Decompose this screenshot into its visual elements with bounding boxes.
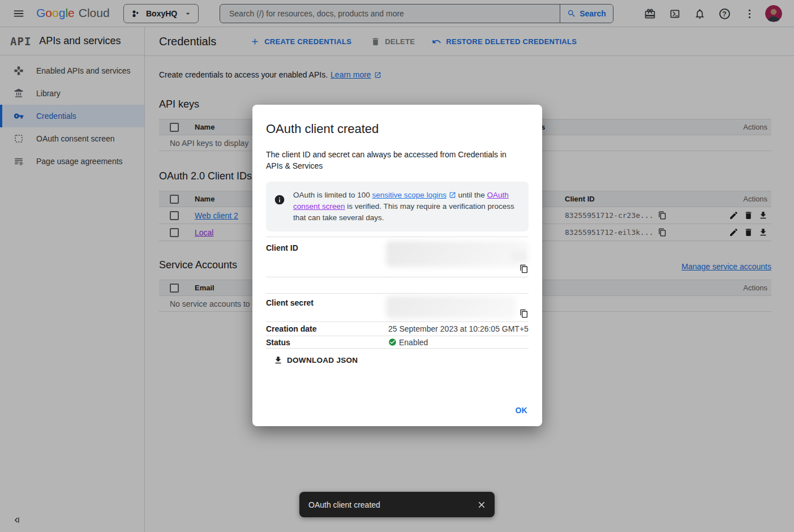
creation-date-label: Creation date [266,324,388,333]
status-row: Status Enabled [266,336,529,349]
client-id-row: Client ID [266,237,529,277]
client-secret-label: Client secret [266,294,388,321]
status-label: Status [266,338,388,347]
spacer-row [266,277,529,293]
check-circle-icon [388,338,397,346]
dialog-notice: OAuth is limited to 100 sensitive scope … [266,182,529,231]
copy-client-id-button[interactable] [520,264,529,273]
snackbar: OAuth client created [299,492,495,517]
dialog-subtitle: The client ID and secret can always be a… [266,149,515,171]
creation-date-row: Creation date 25 September 2023 at 10:26… [266,321,529,336]
sensitive-scope-logins-link[interactable]: sensitive scope logins [372,191,447,199]
info-icon [274,194,285,205]
snackbar-close-button[interactable] [477,500,487,510]
copy-client-secret-button[interactable] [520,309,529,318]
snackbar-message: OAuth client created [308,500,380,509]
ok-button[interactable]: OK [515,406,527,415]
client-secret-redacted-value [386,296,516,319]
close-icon [477,500,487,510]
download-icon [273,355,283,365]
status-value: Enabled [399,338,428,347]
dialog-title: OAuth client created [266,122,529,136]
external-link-icon [449,191,456,199]
client-secret-row: Client secret [266,293,529,321]
creation-date-value: 25 September 2023 at 10:26:05 GMT+5 [388,324,529,333]
download-json-button[interactable]: DOWNLOAD JSON [273,355,358,365]
notice-text: OAuth is limited to 100 sensitive scope … [293,190,520,224]
client-id-label: Client ID [266,237,388,277]
copy-icon [520,264,529,273]
copy-icon [520,309,529,318]
oauth-client-created-dialog: OAuth client created The client ID and s… [252,105,542,426]
client-id-redacted-value [512,252,526,261]
client-id-redacted-value [386,241,529,267]
